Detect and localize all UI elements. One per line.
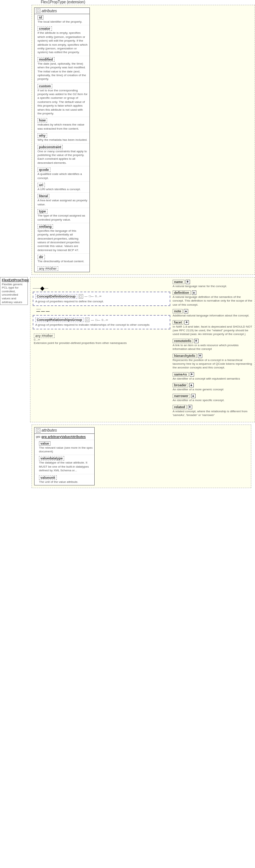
bottom-attr-value-desc: The relevant value (see more in the spec… xyxy=(39,446,93,454)
attr-why: why Why the metadata has been included. xyxy=(35,132,89,143)
flex-ext-prop-type-box: FlexExtPropType Flexible generic PCL-typ… xyxy=(0,277,28,305)
bottom-group-row: grp grp arbitraryValueAttributes xyxy=(35,434,94,440)
bottom-attr-header: □ attributes xyxy=(35,428,94,434)
attr-xmllang-name: xmllang xyxy=(37,224,53,229)
attr-id: id The local identifier of the property. xyxy=(35,14,89,25)
attr-pubconstraint: pubconstraint One or many constraints th… xyxy=(35,144,89,167)
bottom-attr-valuedatatype-desc: The datatype of the value attribute. It … xyxy=(39,461,93,472)
attr-literal-name: literal xyxy=(37,194,49,198)
attr-other-top: any ##other xyxy=(35,265,89,272)
attr-modified-desc: The date (and, optionally, the time) whe… xyxy=(37,62,88,81)
attr-other-top-name: any ##other xyxy=(37,266,58,271)
middle-outer-box: ConceptDefinitionGroup □ — □— 0...∞ A gr… xyxy=(30,277,255,422)
right-elem-note: note + Additional natural language infor… xyxy=(173,309,252,318)
elem-definition-plus[interactable]: + xyxy=(192,290,196,295)
elem-related-tag: related xyxy=(173,405,187,409)
attr-creator-name: creator xyxy=(37,26,52,31)
elem-related-desc: A related concept, where the relationshi… xyxy=(173,410,252,417)
elem-note-plus[interactable]: + xyxy=(184,309,188,313)
attributes-label-bottom: attributes xyxy=(42,428,57,432)
center-groups: ConceptDefinitionGroup □ — □— 0...∞ A gr… xyxy=(33,280,170,420)
elem-name-plus[interactable]: + xyxy=(186,280,190,284)
attr-dir-name: dir xyxy=(37,255,45,259)
concept-rel-group-label: ConceptRelationshipsGroup xyxy=(35,318,84,322)
attr-custom-desc: If set to true the corresponding propert… xyxy=(37,89,88,116)
expand-icon-top[interactable]: □ xyxy=(36,9,40,13)
attr-how-name: how xyxy=(37,118,47,123)
right-elem-facet: facet + In NAR 1.8 and later, facet is d… xyxy=(173,320,252,337)
elem-definition-desc: A natural language definition of the sem… xyxy=(173,295,252,307)
center-right-area: ConceptDefinitionGroup □ — □— 0...∞ A gr… xyxy=(30,277,255,422)
attr-literal-desc: A free-text value assigned as property v… xyxy=(37,199,88,207)
elem-remoteInfo-desc: A link to an item or a web resource whic… xyxy=(173,344,252,351)
elem-note-tag: note xyxy=(173,309,183,313)
elem-definition-tag: definition xyxy=(173,290,191,295)
top-outer-box: □ attributes id The local identifier of … xyxy=(32,5,255,275)
elem-name-desc: A natural language name for the concept. xyxy=(173,285,252,288)
bottom-outer-box: □ attributes grp grp arbitraryValueAttri… xyxy=(32,425,251,488)
middle-section: FlexExtPropType Flexible generic PCL-typ… xyxy=(0,277,255,422)
top-section: Flex1PropType (extension) □ attributes i… xyxy=(0,0,255,275)
elem-hierarchyInfo-desc: Represents the position of a concept in … xyxy=(173,358,252,370)
elem-remoteInfo-tag: remoteInfo xyxy=(173,339,193,343)
bottom-attr-value-name: value xyxy=(39,441,50,446)
attr-qcode-desc: A qualified code which identifies a conc… xyxy=(37,172,88,180)
attr-modified: modified The date (and, optionally, the … xyxy=(35,56,89,83)
attr-type-name: type xyxy=(37,209,48,214)
any-other-middle-mult: 0...∞ xyxy=(34,338,169,341)
bottom-attr-valuedatatype: valuedatatype The datatype of the value … xyxy=(35,455,94,474)
attr-qcode: qcode A qualified code which identifies … xyxy=(35,166,89,182)
any-other-middle-desc: Extension point for provider-defined pro… xyxy=(34,341,169,345)
attr-qcode-name: qcode xyxy=(37,168,50,172)
attributes-box-top: □ attributes id The local identifier of … xyxy=(34,7,90,272)
right-elem-broader: broader + An identifier of a more generi… xyxy=(173,383,252,391)
bottom-attr-valueunit-desc: The unit of the value attribute. xyxy=(39,480,93,484)
elem-broader-tag: broader xyxy=(173,383,188,387)
attr-custom: custom If set to true the corresponding … xyxy=(35,83,89,117)
elem-sameAs-desc: An identifier of a concept with equivale… xyxy=(173,377,252,381)
elem-facet-plus[interactable]: + xyxy=(184,320,189,325)
attributes-label-top: attributes xyxy=(42,9,57,13)
attr-pubconstraint-name: pubconstraint xyxy=(37,145,63,149)
flex-ext-prop-type-desc: Flexible generic PCL-type for controlled… xyxy=(2,283,26,304)
attr-uri-name: uri xyxy=(37,183,45,187)
elem-sameAs-plus[interactable]: + xyxy=(190,372,194,377)
attr-type: type The type of the concept assigned as… xyxy=(35,208,89,223)
expand-icon-bottom[interactable]: □ xyxy=(36,428,40,433)
attr-modified-name: modified xyxy=(37,57,55,62)
concept-def-group-desc: A group of properties required to define… xyxy=(35,300,168,303)
attr-custom-name: custom xyxy=(37,84,52,88)
elem-name-tag: name xyxy=(173,280,184,284)
right-elem-definition: definition + A natural language definiti… xyxy=(173,290,252,307)
bottom-attr-value: value The relevant value (see more in th… xyxy=(35,440,94,455)
concept-def-group: ConceptDefinitionGroup □ — □— 0...∞ A gr… xyxy=(33,292,170,306)
elem-related-plus[interactable]: + xyxy=(188,405,192,409)
bottom-attr-valueunit-name: valueunit xyxy=(39,475,57,480)
page-wrapper: Flex1PropType (extension) □ attributes i… xyxy=(0,0,255,488)
elem-narrower-plus[interactable]: + xyxy=(191,394,196,398)
concept-def-expand-icon[interactable]: □ xyxy=(79,294,83,299)
attr-id-desc: The local identifier of the property. xyxy=(37,20,88,24)
bottom-attr-box: □ attributes grp grp arbitraryValueAttri… xyxy=(34,427,95,485)
attr-why-name: why xyxy=(37,133,47,138)
attr-how-desc: Indicates by which means the value was e… xyxy=(37,123,88,131)
elem-facet-desc: In NAR 1.8 and later, facet is deprecate… xyxy=(173,325,252,337)
right-elem-name: name + A natural language name for the c… xyxy=(173,280,252,288)
attr-type-desc: The type of the concept assigned as cont… xyxy=(37,214,88,222)
attr-why-desc: Why the metadata has been included. xyxy=(37,138,88,142)
elem-hierarchyInfo-plus[interactable]: + xyxy=(198,354,202,358)
bottom-section: □ attributes grp grp arbitraryValueAttri… xyxy=(32,425,251,488)
attr-creator-desc: If the attribute is empty, specifies whi… xyxy=(37,31,88,54)
attributes-header-top: □ attributes xyxy=(35,8,89,14)
attr-xmllang-desc: Specifies the language of this property,… xyxy=(37,229,88,252)
attr-literal: literal A free-text value assigned as pr… xyxy=(35,193,89,208)
concept-rel-expand-icon[interactable]: □ xyxy=(85,318,89,322)
elem-remoteInfo-plus[interactable]: + xyxy=(194,339,199,343)
elem-hierarchyInfo-tag: hierarchyInfo xyxy=(173,354,197,358)
bottom-attr-valuedatatype-name: valuedatatype xyxy=(39,456,64,461)
elem-sameAs-tag: sameAs xyxy=(173,372,189,377)
arbitrary-value-attrs-label: grp arbitraryValueAttributes xyxy=(42,435,86,439)
right-elem-sameAs: sameAs + An identifier of a concept with… xyxy=(173,372,252,381)
attr-dir-desc: The directionality of textual content. xyxy=(37,260,88,263)
elem-broader-plus[interactable]: + xyxy=(189,383,194,387)
